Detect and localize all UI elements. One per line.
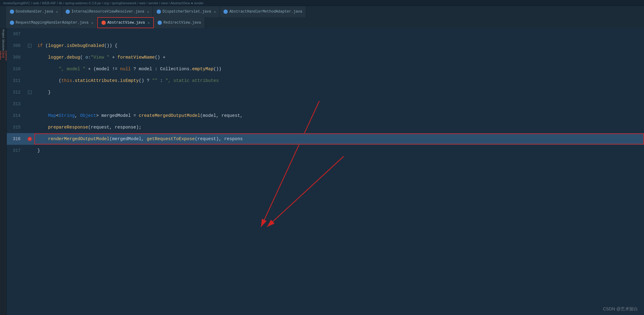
tab-label: InternalResourceViewResolver.java bbox=[71, 10, 144, 14]
checkmark-icon: ✓ bbox=[29, 137, 30, 141]
code-line-316: 316 ✓ renderMergedOutputModel(mergedMode… bbox=[7, 133, 644, 145]
line-number: 309 bbox=[7, 55, 25, 60]
line-number: 310 bbox=[7, 67, 25, 71]
tabs-row-1: GoodsHandler.java ✕ InternalResourceView… bbox=[0, 6, 644, 17]
breadcrumb: reviewSpringMVC / web / WEB-INF / lib / … bbox=[0, 0, 644, 6]
line-code: } bbox=[34, 145, 644, 156]
code-line-310: 310 ", model " + (model != null ? model … bbox=[7, 63, 644, 75]
tab-close-icon[interactable]: ✕ bbox=[147, 10, 149, 14]
line-code: ", model " + (model != null ? model : Co… bbox=[34, 63, 644, 75]
breadcrumb-text: reviewSpringMVC / web / WEB-INF / lib / … bbox=[3, 1, 204, 5]
line-code: } bbox=[34, 86, 644, 98]
tab-request-mapping-handler[interactable]: RequestMappingHandlerAdapter.java ✕ bbox=[6, 17, 97, 28]
tab-abstract-view[interactable]: AbstractView.java ✕ bbox=[97, 17, 154, 28]
code-line-308: 308 ▷ if (logger.isDebugEnabled()) { bbox=[7, 40, 644, 52]
code-line-307: 307 bbox=[7, 28, 644, 40]
line-number: 315 bbox=[7, 125, 25, 130]
line-number: 316 bbox=[7, 136, 25, 141]
code-line-313: 313 bbox=[7, 98, 644, 110]
code-content: 307 308 ▷ if (logger.isDebugEnabled()) {… bbox=[7, 28, 644, 315]
left-sidebar: Project Structure Alibaba Cloud Explorer bbox=[0, 28, 7, 315]
tab-label: AbstractView.java bbox=[107, 21, 145, 25]
code-line-309: 309 logger.debug( o:"View " + formatView… bbox=[7, 52, 644, 63]
tab-close-icon[interactable]: ✕ bbox=[91, 21, 93, 25]
tab-label: AbstractHandlerMethodAdapter.java bbox=[229, 10, 302, 14]
tab-close-icon[interactable]: ✕ bbox=[148, 21, 150, 25]
code-line-317: 317 } bbox=[7, 145, 644, 156]
tab-close-icon[interactable]: ✕ bbox=[56, 10, 58, 14]
code-line-315: 315 prepareResponse(request, response); bbox=[7, 121, 644, 133]
code-line-311: 311 (this.staticAttributes.isEmpty() ? "… bbox=[7, 75, 644, 86]
java-icon bbox=[157, 10, 161, 14]
tab-label: RedirectView.java bbox=[163, 21, 201, 25]
tab-label: GoodsHandler.java bbox=[16, 10, 53, 14]
tab-abstract-handler[interactable]: AbstractHandlerMethodAdapter.java bbox=[220, 6, 306, 17]
line-code: (this.staticAttributes.isEmpty() ? "" : … bbox=[34, 75, 644, 86]
tab-close-icon[interactable]: ✕ bbox=[214, 10, 216, 14]
code-line-312: 312 ▷ } bbox=[7, 86, 644, 98]
line-gutter: ▷ bbox=[25, 90, 34, 94]
line-number: 307 bbox=[7, 32, 25, 36]
line-number: 313 bbox=[7, 102, 25, 106]
sidebar-project-icon[interactable]: Project bbox=[1, 31, 6, 36]
line-number: 314 bbox=[7, 113, 25, 118]
breakpoint-icon[interactable]: ✓ bbox=[28, 137, 32, 141]
java-icon bbox=[101, 21, 106, 25]
line-number: 312 bbox=[7, 90, 25, 95]
line-code: renderMergedOutputModel(mergedModel, get… bbox=[34, 133, 644, 145]
line-number: 311 bbox=[7, 78, 25, 83]
java-icon bbox=[223, 10, 228, 14]
line-code: Map<String, Object> mergedModel = create… bbox=[34, 110, 644, 121]
line-number: 317 bbox=[7, 148, 25, 153]
java-icon bbox=[10, 21, 14, 25]
tab-label: DispatcherServlet.java bbox=[162, 10, 211, 14]
line-gutter: ▷ bbox=[25, 44, 34, 48]
main-layout: Project Structure Alibaba Cloud Explorer… bbox=[0, 28, 644, 315]
tabs-row-2: RequestMappingHandlerAdapter.java ✕ Abst… bbox=[0, 17, 644, 28]
sidebar-cloud-explorer-icon[interactable]: Alibaba Cloud Explorer bbox=[1, 53, 6, 58]
line-number: 308 bbox=[7, 43, 25, 48]
line-code: if (logger.isDebugEnabled()) { bbox=[34, 40, 644, 52]
editor-area: 307 308 ▷ if (logger.isDebugEnabled()) {… bbox=[7, 28, 644, 315]
sidebar-structure-icon[interactable]: Structure bbox=[1, 42, 6, 47]
tab-goods-handler[interactable]: GoodsHandler.java ✕ bbox=[6, 6, 62, 17]
tab-redirect-view[interactable]: RedirectView.java bbox=[154, 17, 205, 28]
tab-label: RequestMappingHandlerAdapter.java bbox=[16, 21, 89, 25]
java-icon bbox=[10, 10, 14, 14]
line-code: prepareResponse(request, response); bbox=[34, 121, 644, 133]
code-line-314: 314 Map<String, Object> mergedModel = cr… bbox=[7, 110, 644, 121]
tab-internal-view-resolver[interactable]: InternalResourceViewResolver.java ✕ bbox=[62, 6, 153, 17]
java-icon bbox=[66, 10, 70, 14]
line-code: logger.debug( o:"View " + formatViewName… bbox=[34, 52, 644, 63]
fold-icon[interactable]: ▷ bbox=[28, 44, 32, 48]
tab-dispatcher-servlet[interactable]: DispatcherServlet.java ✕ bbox=[153, 6, 220, 17]
watermark: CSDN @艺术留白 bbox=[603, 306, 638, 312]
java-icon bbox=[158, 21, 162, 25]
line-gutter: ✓ bbox=[25, 137, 34, 141]
fold-icon[interactable]: ▷ bbox=[28, 90, 32, 94]
